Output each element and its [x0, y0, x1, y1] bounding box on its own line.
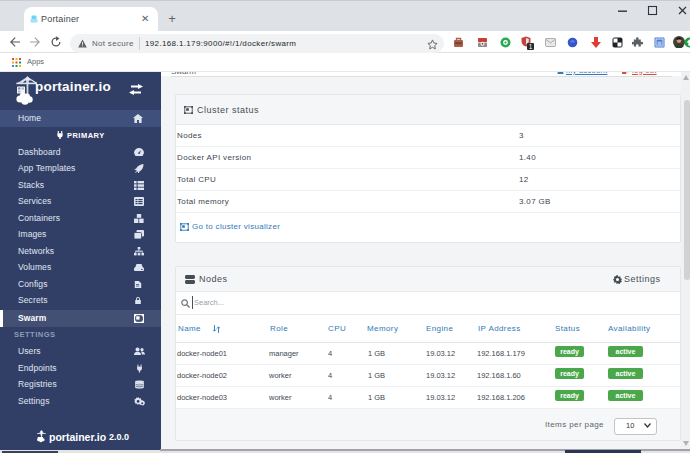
svg-text:1: 1: [529, 43, 533, 50]
